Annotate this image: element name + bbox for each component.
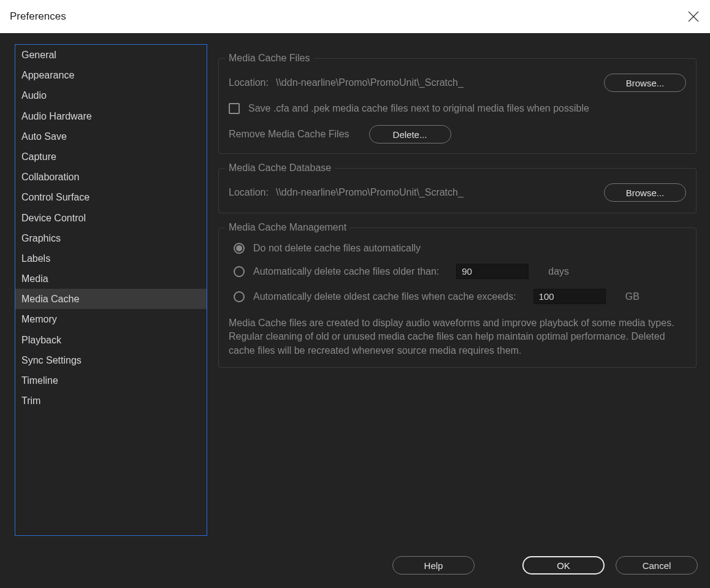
footer: Help OK Cancel: [0, 543, 710, 588]
media-cache-database-group: Media Cache Database Location: \\ddn-nea…: [218, 162, 697, 213]
remove-cache-label: Remove Media Cache Files: [229, 129, 349, 140]
help-button[interactable]: Help: [392, 556, 475, 575]
management-info-text: Media Cache files are created to display…: [229, 316, 686, 357]
sidebar-item-labels[interactable]: Labels: [15, 248, 207, 269]
location-path: \\ddn-nearline\Promo\PromoUnit\_Scratch_: [276, 77, 464, 88]
location-label: Location:: [229, 77, 269, 88]
db-location-path: \\ddn-nearline\Promo\PromoUnit\_Scratch_: [276, 187, 464, 198]
days-input[interactable]: [456, 264, 529, 279]
browse-cache-db-button[interactable]: Browse...: [604, 183, 686, 202]
db-location-label: Location:: [229, 187, 269, 198]
ok-button[interactable]: OK: [522, 556, 605, 575]
sidebar-item-media-cache[interactable]: Media Cache: [15, 289, 207, 309]
sidebar-item-device-control[interactable]: Device Control: [15, 208, 207, 228]
radio-do-not-delete[interactable]: [234, 243, 245, 254]
radio-delete-older-than[interactable]: [234, 266, 245, 277]
save-next-to-media-checkbox[interactable]: [229, 103, 240, 114]
radio-delete-older-than-label: Automatically delete cache files older t…: [253, 266, 439, 277]
window-title: Preferences: [10, 10, 66, 23]
gb-unit: GB: [625, 291, 639, 302]
cancel-button[interactable]: Cancel: [616, 556, 698, 575]
media-cache-management-group: Media Cache Management Do not delete cac…: [218, 222, 697, 368]
sidebar-item-appearance[interactable]: Appearance: [15, 65, 207, 85]
sidebar-item-sync-settings[interactable]: Sync Settings: [15, 350, 207, 370]
delete-cache-button[interactable]: Delete...: [369, 125, 451, 143]
sidebar-item-collaboration[interactable]: Collaboration: [15, 167, 207, 187]
radio-do-not-delete-label: Do not delete cache files automatically: [253, 243, 421, 254]
sidebar-item-audio[interactable]: Audio: [15, 85, 207, 105]
sidebar-item-trim[interactable]: Trim: [15, 391, 207, 411]
browse-cache-files-button[interactable]: Browse...: [604, 74, 686, 92]
radio-delete-exceeds[interactable]: [234, 291, 245, 302]
sidebar-item-media[interactable]: Media: [15, 269, 207, 289]
radio-delete-exceeds-label: Automatically delete oldest cache files …: [253, 291, 516, 302]
group-legend: Media Cache Database: [225, 162, 335, 174]
main-panel: Media Cache Files Location: \\ddn-nearli…: [218, 44, 697, 543]
titlebar: Preferences: [0, 0, 710, 33]
sidebar-item-control-surface[interactable]: Control Surface: [15, 187, 207, 207]
sidebar: GeneralAppearanceAudioAudio HardwareAuto…: [15, 44, 207, 536]
preferences-window: Preferences GeneralAppearanceAudioAudio …: [0, 0, 710, 588]
sidebar-item-general[interactable]: General: [15, 45, 207, 65]
sidebar-item-playback[interactable]: Playback: [15, 330, 207, 350]
sidebar-item-memory[interactable]: Memory: [15, 309, 207, 329]
close-icon[interactable]: [687, 10, 700, 23]
media-cache-files-group: Media Cache Files Location: \\ddn-nearli…: [218, 53, 697, 154]
sidebar-item-timeline[interactable]: Timeline: [15, 370, 207, 391]
content-area: GeneralAppearanceAudioAudio HardwareAuto…: [0, 33, 710, 543]
gb-input[interactable]: [533, 289, 606, 304]
save-next-to-media-label: Save .cfa and .pek media cache files nex…: [248, 103, 589, 114]
group-legend: Media Cache Files: [225, 53, 314, 64]
sidebar-item-capture[interactable]: Capture: [15, 147, 207, 167]
group-legend: Media Cache Management: [225, 222, 350, 233]
sidebar-item-audio-hardware[interactable]: Audio Hardware: [15, 106, 207, 126]
sidebar-item-graphics[interactable]: Graphics: [15, 228, 207, 248]
days-unit: days: [548, 266, 569, 277]
sidebar-item-auto-save[interactable]: Auto Save: [15, 126, 207, 147]
